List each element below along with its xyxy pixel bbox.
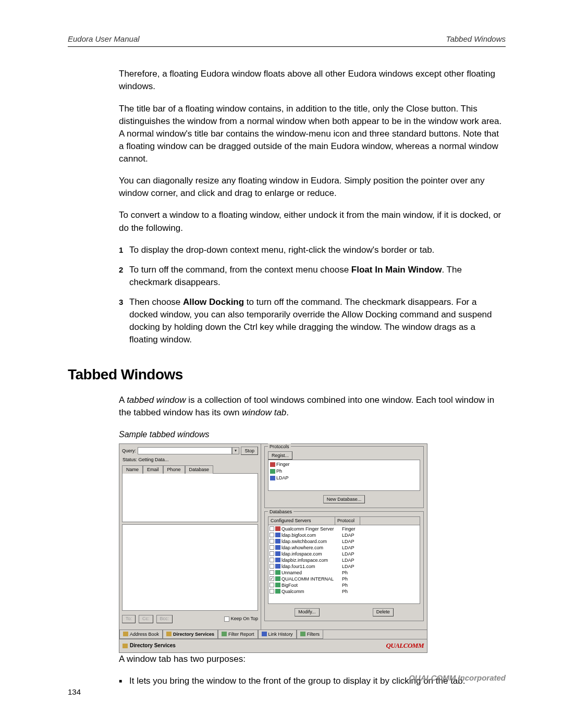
server-name: ldap.bigfoot.com <box>282 532 342 538</box>
checkbox-icon[interactable] <box>270 526 274 531</box>
table-row[interactable]: ldap.infospace.comLDAP <box>268 551 420 557</box>
server-name: ldap.whowhere.com <box>282 545 342 551</box>
page-number: 134 <box>68 686 506 697</box>
page-footer: QUALCOMM Incorporated 134 <box>0 672 563 698</box>
section-intro: A tabbed window is a collection of tool … <box>119 394 506 419</box>
tab-filters[interactable]: Filters <box>297 630 324 639</box>
checkbox-icon[interactable] <box>270 570 274 575</box>
server-name: Qualcomm <box>282 588 342 595</box>
body-paragraph: To convert a window to a floating window… <box>119 209 506 234</box>
globe-icon <box>123 644 128 648</box>
query-dropdown[interactable] <box>232 447 239 454</box>
tab-link-history[interactable]: Link History <box>258 630 297 639</box>
keep-on-top-checkbox[interactable]: Keep On Top <box>224 615 258 622</box>
server-icon <box>275 570 280 575</box>
databases-fieldset: Databases Configured Servers Protocol Qu… <box>264 511 424 621</box>
checkbox-icon[interactable] <box>270 558 274 562</box>
table-row[interactable]: ldap.whowhere.comLDAP <box>268 545 420 551</box>
results-list[interactable] <box>122 473 258 522</box>
server-icon <box>275 533 280 537</box>
checkbox-icon[interactable] <box>270 564 274 569</box>
col-tab[interactable]: Database <box>185 465 214 474</box>
table-row[interactable]: ldap.bigfoot.comLDAP <box>268 532 420 538</box>
delete-button[interactable]: Delete <box>373 608 394 616</box>
body-paragraph: Therefore, a floating Eudora window floa… <box>119 68 506 93</box>
col-header[interactable]: Protocol <box>335 517 360 525</box>
table-row[interactable]: QualcommPh <box>268 588 420 595</box>
server-icon <box>275 576 280 581</box>
right-pane: Protocols Regist... Finger Ph LDAP New D… <box>261 444 427 629</box>
col-tab[interactable]: Phone <box>163 465 185 474</box>
col-header[interactable]: Configured Servers <box>268 517 335 525</box>
stop-button[interactable]: Stop <box>241 447 258 455</box>
globe-icon <box>166 632 172 636</box>
protocols-list[interactable]: Finger Ph LDAP <box>268 460 420 491</box>
checkbox-icon[interactable] <box>270 589 274 594</box>
fieldset-legend: Databases <box>268 509 293 515</box>
step-number: 2 <box>119 264 129 289</box>
tab-filter-report[interactable]: Filter Report <box>218 630 258 639</box>
protocols-fieldset: Protocols Regist... Finger Ph LDAP New D… <box>264 446 424 508</box>
step-item: 2 To turn off the command, from the cont… <box>119 264 506 289</box>
protocol-icon <box>270 469 275 474</box>
server-protocol: LDAP <box>342 563 373 570</box>
cc-button[interactable]: Cc: <box>139 615 153 623</box>
server-protocol: LDAP <box>342 545 373 551</box>
figure-caption: Sample tabbed windows <box>119 429 506 441</box>
register-button[interactable]: Regist... <box>268 451 292 460</box>
checkbox-icon[interactable] <box>270 533 274 537</box>
databases-table: Configured Servers Protocol Qualcomm Fin… <box>268 516 420 604</box>
table-row[interactable]: Qualcomm Finger ServerFinger <box>268 526 420 532</box>
protocol-icon <box>270 476 275 480</box>
tab-address-book[interactable]: Address Book <box>119 630 163 639</box>
tab-directory-services[interactable]: Directory Services <box>163 630 218 639</box>
list-item[interactable]: LDAP <box>270 475 419 482</box>
left-pane: Query: Stop Status: Getting Data... Name… <box>119 444 261 629</box>
table-row[interactable]: UnnamedPh <box>268 570 420 576</box>
bcc-button[interactable]: Bcc: <box>156 615 173 623</box>
step-item: 3 Then choose Allow Docking to turn off … <box>119 296 506 347</box>
modify-button[interactable]: Modify... <box>295 608 319 616</box>
details-area[interactable] <box>122 524 258 611</box>
body-paragraph: The title bar of a floating window conta… <box>119 103 506 166</box>
query-input[interactable] <box>138 447 232 454</box>
link-icon <box>262 632 267 636</box>
status-bar: Directory Services QUALCOMM <box>119 639 427 652</box>
numbered-steps: 1 To display the drop-down context menu,… <box>119 244 506 347</box>
status-text: Status: Getting Data... <box>119 456 261 465</box>
to-button[interactable]: To: <box>122 615 136 623</box>
server-icon <box>275 539 280 544</box>
server-name: ldap.switchboard.com <box>282 538 342 545</box>
table-body[interactable]: Qualcomm Finger ServerFingerldap.bigfoot… <box>268 525 420 603</box>
report-icon <box>222 632 227 636</box>
table-row[interactable]: BigFootPh <box>268 582 420 588</box>
step-text: To turn off the command, from the contex… <box>129 264 506 289</box>
table-row[interactable]: ✓QUALCOMM INTERNALPh <box>268 576 420 582</box>
checkbox-icon[interactable] <box>270 583 274 587</box>
new-database-button[interactable]: New Database... <box>323 495 365 503</box>
section-heading: Tabbed Windows <box>68 364 506 385</box>
col-tab[interactable]: Name <box>122 465 143 474</box>
server-protocol: LDAP <box>342 538 373 545</box>
col-tab[interactable]: Email <box>143 465 163 474</box>
table-row[interactable]: ldap.switchboard.comLDAP <box>268 538 420 545</box>
running-head-left: Eudora User Manual <box>68 33 140 44</box>
checkbox-icon[interactable] <box>270 545 274 550</box>
query-label: Query: <box>122 448 136 454</box>
server-protocol: Ph <box>342 588 373 595</box>
server-icon <box>275 545 280 550</box>
table-row[interactable]: ldapbiz.infospace.comLDAP <box>268 557 420 563</box>
checkbox-icon[interactable] <box>270 551 274 556</box>
checkbox-icon[interactable] <box>270 539 274 544</box>
protocol-icon <box>270 462 275 467</box>
checkbox-icon[interactable]: ✓ <box>270 576 274 581</box>
list-item[interactable]: Finger <box>270 461 419 468</box>
body-paragraph: You can diagonally resize any floating w… <box>119 175 506 200</box>
server-icon <box>275 558 280 562</box>
server-name: QUALCOMM INTERNAL <box>282 576 342 582</box>
server-icon <box>275 551 280 556</box>
qualcomm-logo: QUALCOMM <box>386 641 424 650</box>
table-row[interactable]: ldap.four11.comLDAP <box>268 563 420 570</box>
server-name: BigFoot <box>282 582 342 588</box>
list-item[interactable]: Ph <box>270 468 419 475</box>
